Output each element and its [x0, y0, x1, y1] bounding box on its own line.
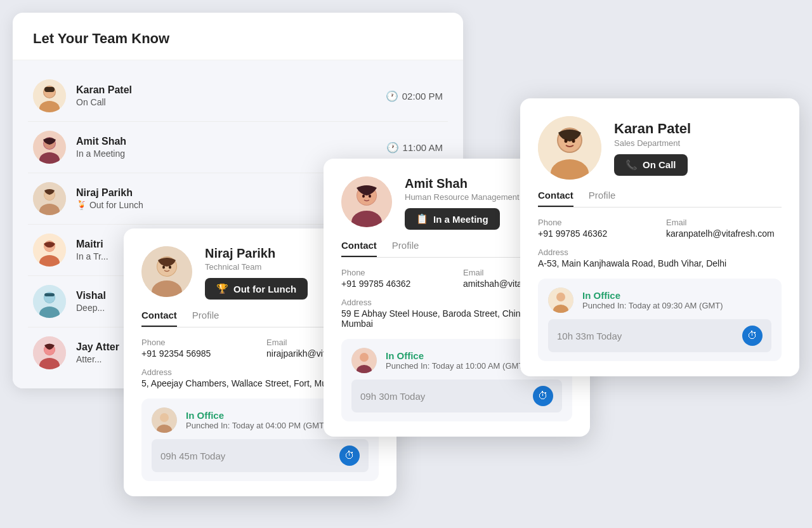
niraj-time-today: 09h 45m Today [160, 451, 225, 461]
niraj-status-label: Out for Lunch [233, 284, 296, 294]
niraj-phone-block: Phone +91 92354 56985 [141, 338, 254, 359]
avatar-amit [33, 131, 66, 164]
niraj-punch-time: Punched In: Today at 04:00 PM (GMT) [186, 421, 327, 430]
karan-phone-block: Phone +91 99785 46362 [538, 218, 653, 239]
svg-point-40 [369, 195, 371, 198]
niraj-office-info: In Office Punched In: Today at 04:00 PM … [186, 410, 327, 430]
karan-email-value: karanpatelh@vitafresh.com [666, 228, 782, 239]
niraj-popup-name: Niraj Parikh [205, 246, 308, 261]
karan-time: 🕐 02:00 PM [386, 90, 443, 102]
svg-point-48 [565, 139, 568, 143]
amit-popup-dept: Human Resource Management [405, 192, 520, 202]
niraj-phone-value: +91 92354 56985 [141, 348, 254, 359]
avatar-jay [33, 336, 66, 369]
amit-time-bar: 09h 30m Today ⏱ [351, 380, 562, 412]
karan-email-label: Email [666, 218, 782, 227]
karan-time-value: 02:00 PM [402, 91, 443, 102]
karan-punch-time: Punched In: Today at 09:30 AM (GMT) [582, 301, 723, 310]
karan-name: Karan Patel [76, 84, 386, 96]
niraj-tab-contact[interactable]: Contact [141, 310, 177, 327]
svg-point-39 [362, 195, 365, 198]
amit-popup-info: Amit Shah Human Resource Management 📋 In… [405, 176, 520, 230]
amit-status: In a Meeting [76, 148, 386, 159]
clock-icon-amit: 🕐 [386, 142, 399, 154]
amit-phone-value: +91 99785 46362 [341, 279, 450, 289]
karan-popup-info: Karan Patel Sales Department 📞 On Call [614, 121, 691, 176]
karan-office-info: In Office Punched In: Today at 09:30 AM … [582, 290, 723, 310]
amit-phone-block: Phone +91 99785 46362 [341, 268, 450, 289]
karan-popup-avatar [538, 116, 601, 180]
karan-email-block: Email karanpatelh@vitafresh.com [666, 218, 782, 239]
karan-tabs: Contact Profile [538, 190, 782, 208]
team-item-amit-info: Amit Shah In a Meeting [76, 136, 386, 159]
niraj-status-emoji: 🏆 [216, 283, 228, 294]
niraj-status-button[interactable]: 🏆 Out for Lunch [205, 278, 308, 300]
svg-rect-4 [44, 87, 55, 92]
svg-point-31 [169, 266, 171, 269]
amit-popup-avatar [341, 176, 392, 227]
karan-popup-name: Karan Patel [614, 121, 691, 137]
amit-office-status: In Office [386, 350, 527, 361]
niraj-office-avatar [152, 407, 177, 433]
svg-point-49 [572, 139, 575, 143]
amit-popup-name: Amit Shah [405, 176, 520, 191]
team-item-karan-info: Karan Patel On Call [76, 84, 386, 107]
karan-office-avatar [548, 287, 573, 313]
karan-timer-button[interactable]: ⏱ [742, 326, 763, 346]
amit-office-avatar [351, 348, 377, 373]
karan-office-section: In Office Punched In: Today at 09:30 AM … [538, 279, 782, 361]
svg-point-51 [556, 293, 565, 301]
amit-status-label: In a Meeting [433, 214, 488, 225]
niraj-popup-dept: Technical Team [205, 262, 308, 272]
team-item-karan[interactable]: Karan Patel On Call 🕐 02:00 PM [28, 70, 448, 122]
karan-profile-section: Karan Patel Sales Department 📞 On Call [538, 116, 782, 180]
clock-icon-karan: 🕐 [386, 90, 398, 102]
amit-time-today: 09h 30m Today [360, 391, 425, 402]
karan-office-status: In Office [582, 290, 723, 301]
karan-address-label: Address [538, 248, 782, 257]
niraj-office-status: In Office [186, 410, 327, 421]
karan-address-value: A-53, Main Kanjhawala Road, Budh Vihar, … [538, 258, 782, 268]
amit-office-info: In Office Punched In: Today at 10:00 AM … [386, 350, 527, 371]
svg-rect-21 [44, 293, 55, 296]
avatar-vishal [33, 285, 66, 318]
svg-point-42 [360, 353, 369, 362]
amit-timer-button[interactable]: ⏱ [533, 386, 553, 406]
amit-time: 🕐 11:00 AM [386, 142, 443, 154]
karan-time-today: 10h 33m Today [557, 331, 622, 341]
niraj-timer-button[interactable]: ⏱ [339, 446, 360, 466]
niraj-phone-label: Phone [141, 338, 254, 347]
amit-time-value: 11:00 AM [403, 142, 443, 153]
amit-tab-contact[interactable]: Contact [341, 240, 377, 257]
karan-popup-dept: Sales Department [614, 138, 691, 148]
amit-tab-profile[interactable]: Profile [392, 240, 419, 257]
meeting-icon: 📋 [416, 213, 428, 225]
call-icon: 📞 [625, 159, 638, 171]
amit-status-button[interactable]: 📋 In a Meeting [405, 208, 500, 230]
svg-point-33 [160, 413, 169, 422]
team-list-header: Let Your Team Know [13, 13, 463, 60]
amit-phone-label: Phone [341, 268, 450, 277]
page-title: Let Your Team Know [33, 30, 443, 47]
karan-contact-grid: Phone +91 99785 46362 Email karanpatelh@… [538, 218, 782, 268]
karan-status-button[interactable]: 📞 On Call [614, 154, 688, 176]
svg-point-30 [162, 266, 165, 269]
niraj-tab-profile[interactable]: Profile [192, 310, 219, 327]
karan-popup-card: Karan Patel Sales Department 📞 On Call C… [520, 98, 799, 376]
karan-phone-label: Phone [538, 218, 653, 227]
karan-tab-contact[interactable]: Contact [538, 190, 573, 207]
karan-time-bar: 10h 33m Today ⏱ [548, 319, 771, 352]
avatar-niraj [33, 182, 66, 215]
karan-tab-profile[interactable]: Profile [589, 190, 616, 207]
niraj-popup-avatar [141, 246, 192, 297]
karan-status: On Call [76, 97, 386, 107]
karan-address-block: Address A-53, Main Kanjhawala Road, Budh… [538, 248, 782, 268]
niraj-time-bar: 09h 45m Today ⏱ [152, 439, 369, 472]
karan-status-label: On Call [643, 159, 676, 170]
avatar-maitri [33, 234, 66, 267]
amit-name: Amit Shah [76, 136, 386, 147]
karan-phone-value: +91 99785 46362 [538, 228, 653, 239]
karan-office-row: In Office Punched In: Today at 09:30 AM … [548, 287, 771, 313]
avatar-karan [33, 79, 66, 112]
amit-punch-time: Punched In: Today at 10:00 AM (GMT) [386, 361, 527, 371]
